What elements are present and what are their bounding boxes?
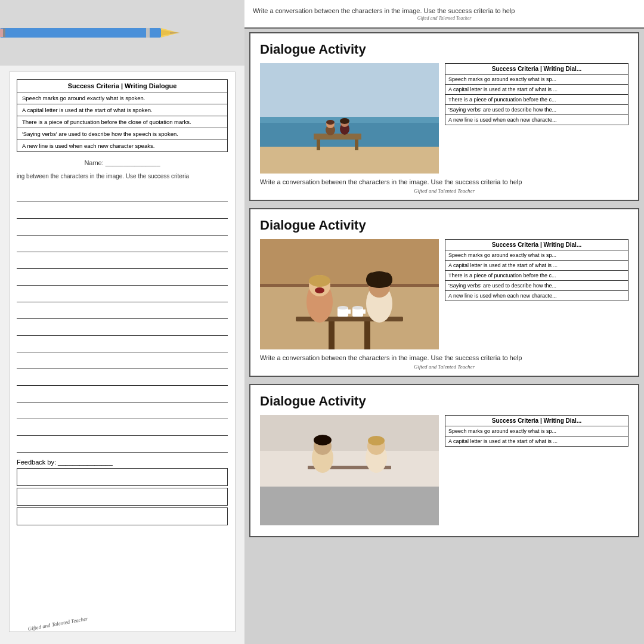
- criteria-row-3: There is a piece of punctuation before t…: [17, 116, 228, 128]
- svg-point-37: [315, 287, 324, 293]
- svg-rect-30: [348, 309, 351, 314]
- criteria-table-1: Success Criteria | Writing Dial... Speec…: [445, 63, 628, 125]
- svg-point-51: [368, 436, 385, 445]
- writing-lines: [17, 185, 228, 453]
- activity-instruction-1: Write a conversation between the charact…: [260, 178, 628, 185]
- activity-criteria-2: Success Criteria | Writing Dial... Speec…: [445, 239, 628, 349]
- criteria-row-2-4: 'Saying verbs' are used to describe how …: [445, 281, 628, 291]
- writing-line[interactable]: [17, 319, 228, 336]
- writing-line[interactable]: [17, 436, 228, 453]
- svg-rect-13: [314, 134, 361, 140]
- criteria-table-2: Success Criteria | Writing Dial... Speec…: [445, 239, 628, 301]
- writing-line[interactable]: [17, 202, 228, 219]
- criteria-header: Success Criteria | Writing Dialogue: [17, 80, 228, 92]
- feedback-section: Feedback by: _______________: [17, 459, 228, 525]
- instruction-text: ing between the characters in the image.…: [17, 172, 228, 181]
- criteria-row-2-1: Speech marks go around exactly what is s…: [445, 250, 628, 261]
- pencil-icon: [0, 21, 191, 45]
- svg-point-29: [338, 306, 348, 309]
- writing-line[interactable]: [17, 219, 228, 236]
- writing-line[interactable]: [17, 269, 228, 286]
- cafe-scene-svg: [260, 239, 439, 349]
- writing-line[interactable]: [17, 402, 228, 419]
- activity-card-3: Dialogue Activity: [249, 384, 639, 537]
- svg-rect-14: [317, 140, 320, 150]
- activity-title-2: Dialogue Activity: [260, 218, 628, 233]
- svg-point-21: [340, 118, 349, 124]
- feedback-box-1[interactable]: [17, 468, 228, 486]
- writing-line[interactable]: [17, 369, 228, 386]
- svg-rect-27: [364, 321, 370, 349]
- writing-line[interactable]: [17, 286, 228, 302]
- criteria-header-3: Success Criteria | Writing Dial...: [445, 416, 628, 426]
- criteria-row-4: 'Saying verbs' are used to describe how …: [17, 128, 228, 140]
- top-strip-text: Write a conversation between the charact…: [253, 7, 636, 14]
- svg-rect-24: [260, 284, 439, 287]
- writing-line[interactable]: [17, 185, 228, 202]
- svg-rect-0: [0, 28, 161, 38]
- svg-rect-23: [260, 239, 439, 287]
- criteria-row-1-1: Speech marks go around exactly what is s…: [445, 75, 628, 85]
- feedback-box-2[interactable]: [17, 488, 228, 506]
- activity-title-1: Dialogue Activity: [260, 42, 628, 57]
- activity-criteria-1: Success Criteria | Writing Dial... Speec…: [445, 63, 628, 174]
- activity-watermark-2: Gifted and Talented Teacher: [260, 364, 628, 370]
- name-line: Name: _______________: [17, 159, 228, 166]
- activity-body-1: Success Criteria | Writing Dial... Speec…: [260, 63, 628, 174]
- criteria-row-1: Speech marks go around exactly what is s…: [17, 92, 228, 104]
- svg-rect-44: [260, 415, 439, 451]
- svg-rect-12: [260, 147, 439, 174]
- left-watermark: Gifted and Talented Teacher: [27, 615, 88, 632]
- svg-rect-26: [329, 321, 335, 349]
- activity-body-3: Success Criteria | Writing Dial... Speec…: [260, 415, 628, 525]
- feedback-label: Feedback by: _______________: [17, 459, 228, 466]
- pencil-area: [0, 0, 244, 66]
- svg-point-36: [309, 275, 330, 287]
- svg-point-41: [366, 273, 378, 287]
- beach-scene-svg: [260, 63, 439, 174]
- criteria-row-1-2: A capital letter is used at the start of…: [445, 85, 628, 95]
- top-strip-watermark: Gifted and Talented Teacher: [253, 16, 636, 21]
- writing-line[interactable]: [17, 302, 228, 319]
- writing-line[interactable]: [17, 236, 228, 252]
- criteria-row-2-3: There is a piece of punctuation before t…: [445, 271, 628, 281]
- criteria-row-2-5: A new line is used when each new charact…: [445, 291, 628, 301]
- activity-image-restaurant: [260, 415, 439, 525]
- restaurant-scene-svg: [260, 415, 439, 487]
- criteria-header-2: Success Criteria | Writing Dial...: [445, 240, 628, 250]
- writing-line[interactable]: [17, 419, 228, 436]
- feedback-box-3[interactable]: [17, 507, 228, 525]
- criteria-row-3-2: A capital letter is used at the start of…: [445, 436, 628, 447]
- writing-line[interactable]: [17, 352, 228, 369]
- activity-image-beach: [260, 63, 439, 174]
- left-worksheet: Success Criteria | Writing Dialogue Spee…: [9, 72, 236, 632]
- criteria-header-1: Success Criteria | Writing Dial...: [445, 64, 628, 75]
- writing-line[interactable]: [17, 252, 228, 269]
- writing-line[interactable]: [17, 336, 228, 352]
- activity-watermark-1: Gifted and Talented Teacher: [260, 188, 628, 194]
- activity-title-3: Dialogue Activity: [260, 394, 628, 409]
- criteria-row-1-3: There is a piece of punctuation before t…: [445, 95, 628, 105]
- left-panel: Success Criteria | Writing Dialogue Spee…: [0, 0, 244, 644]
- svg-point-32: [352, 306, 363, 309]
- writing-line[interactable]: [17, 386, 228, 402]
- svg-point-42: [380, 273, 392, 287]
- activity-instruction-2: Write a conversation between the charact…: [260, 354, 628, 361]
- svg-rect-33: [363, 309, 366, 314]
- activity-image-cafe: [260, 239, 439, 349]
- activity-card-2: Dialogue Activity: [249, 208, 639, 377]
- svg-rect-8: [146, 28, 150, 38]
- criteria-row-2: A capital letter is used at the start of…: [17, 104, 228, 116]
- activity-criteria-3: Success Criteria | Writing Dial... Speec…: [445, 415, 628, 525]
- top-strip: Write a conversation between the charact…: [244, 0, 644, 29]
- svg-point-18: [326, 120, 335, 125]
- criteria-row-2-2: A capital letter is used at the start of…: [445, 261, 628, 271]
- right-panel: Write a conversation between the charact…: [244, 0, 644, 644]
- activity-card-1: Dialogue Activity: [249, 32, 639, 201]
- criteria-table-3: Success Criteria | Writing Dial... Speec…: [445, 415, 628, 447]
- svg-rect-15: [355, 140, 358, 150]
- criteria-row-3-1: Speech marks go around exactly what is s…: [445, 426, 628, 436]
- activity-body-2: Success Criteria | Writing Dial... Speec…: [260, 239, 628, 349]
- success-criteria-table: Success Criteria | Writing Dialogue Spee…: [17, 79, 228, 152]
- criteria-row-1-5: A new line is used when each new charact…: [445, 115, 628, 125]
